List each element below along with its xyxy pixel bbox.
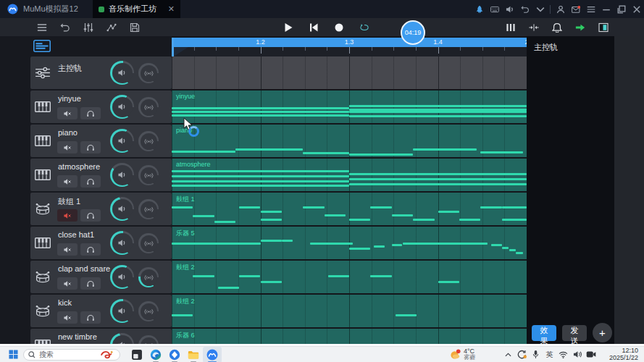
play-icon[interactable] xyxy=(275,18,301,36)
volume-knob[interactable] xyxy=(110,333,134,344)
volume-knob[interactable] xyxy=(110,163,134,187)
pan-knob[interactable] xyxy=(138,165,159,185)
undo-icon[interactable] xyxy=(517,0,532,18)
keyboard-icon[interactable] xyxy=(487,0,502,18)
mute-button[interactable] xyxy=(57,277,78,290)
mute-button[interactable] xyxy=(57,311,78,324)
metronome-icon[interactable] xyxy=(545,18,569,36)
pan-knob[interactable] xyxy=(138,233,159,253)
clip[interactable]: 乐器 6 xyxy=(172,329,527,344)
tray-input-language[interactable]: 英 xyxy=(543,347,556,362)
tray-sync-icon[interactable] xyxy=(515,347,529,362)
boost-icon[interactable] xyxy=(472,0,487,18)
pan-knob[interactable] xyxy=(138,97,159,117)
maximize-icon[interactable] xyxy=(614,0,629,18)
task-view-button[interactable] xyxy=(127,347,146,362)
timeline-ruler[interactable]: 1.21.31.42 xyxy=(172,38,527,47)
mute-button[interactable] xyxy=(57,107,78,119)
track-row[interactable]: 鼓组 1 xyxy=(30,193,172,225)
clip[interactable]: yinyue xyxy=(172,90,527,123)
save-icon[interactable] xyxy=(123,18,146,36)
pan-knob[interactable] xyxy=(138,199,159,219)
clip[interactable]: 鼓组 2 xyxy=(172,261,527,293)
mute-button[interactable] xyxy=(57,175,78,188)
automation-icon[interactable] xyxy=(100,18,123,36)
clip[interactable]: 鼓组 2 xyxy=(172,295,527,327)
minimize-icon[interactable] xyxy=(598,0,614,18)
track-row[interactable]: piano xyxy=(30,125,172,157)
piano-icon[interactable] xyxy=(499,18,522,36)
volume-knob[interactable] xyxy=(110,95,134,119)
time-display[interactable]: 04:19 xyxy=(401,20,425,45)
send-button[interactable]: 发送 xyxy=(562,325,587,341)
monitor-button[interactable] xyxy=(80,243,101,256)
prev-icon[interactable] xyxy=(301,18,326,36)
pan-knob[interactable] xyxy=(138,63,159,83)
app-tab[interactable]: 音乐制作工坊 ✕ xyxy=(93,0,180,18)
volume-knob[interactable] xyxy=(110,299,134,323)
mute-button[interactable] xyxy=(57,209,78,222)
loop-icon[interactable] xyxy=(351,18,377,36)
monitor-button[interactable] xyxy=(80,175,101,188)
search-input[interactable]: 搜索 xyxy=(23,349,120,361)
panel-icon[interactable] xyxy=(592,18,615,36)
monitor-button[interactable] xyxy=(80,311,101,324)
monitor-button[interactable] xyxy=(80,107,101,119)
mixer-icon[interactable] xyxy=(77,18,100,36)
arrangement-timeline[interactable]: 1.21.31.42 yinyuepianoatmosphere鼓组 1乐器 5… xyxy=(172,36,527,344)
monitor-button[interactable] xyxy=(80,277,101,290)
record-icon[interactable] xyxy=(326,18,351,36)
track-row[interactable]: close hat1 xyxy=(30,227,172,259)
tray-wifi-icon[interactable] xyxy=(556,347,570,362)
volume-knob[interactable] xyxy=(110,61,134,85)
tab-close-icon[interactable]: ✕ xyxy=(168,5,175,13)
snap-icon[interactable] xyxy=(522,18,545,36)
pan-knob[interactable] xyxy=(138,335,159,344)
tray-mic-icon[interactable] xyxy=(529,347,543,362)
playhead-line[interactable] xyxy=(172,38,174,56)
track-row[interactable]: 主控轨 xyxy=(30,56,172,89)
chevron-down-icon[interactable] xyxy=(532,0,548,18)
track-row[interactable]: yinyue xyxy=(30,90,172,123)
add-button[interactable]: + xyxy=(593,323,612,342)
mumu-taskbar-icon[interactable] xyxy=(203,347,222,362)
menu-icon[interactable] xyxy=(30,18,54,36)
close-icon[interactable] xyxy=(629,0,644,18)
tray-camera-icon[interactable] xyxy=(584,347,598,362)
effects-button[interactable]: 效果 xyxy=(532,325,556,341)
monitor-button[interactable] xyxy=(80,141,101,153)
undo-icon[interactable] xyxy=(54,18,77,36)
mail-icon[interactable] xyxy=(568,0,583,18)
monitor-button[interactable] xyxy=(80,209,101,222)
edge-browser-icon[interactable] xyxy=(146,347,165,362)
track-row[interactable]: clap and snare xyxy=(30,261,172,293)
menu-icon[interactable] xyxy=(583,0,598,18)
clip[interactable]: piano xyxy=(172,125,527,157)
user-icon[interactable] xyxy=(553,0,568,18)
pan-knob[interactable] xyxy=(138,131,159,151)
clip[interactable]: 乐器 5 xyxy=(172,227,527,259)
pc-manager-icon[interactable] xyxy=(165,347,184,362)
volume-knob[interactable] xyxy=(110,197,134,221)
weather-widget[interactable]: 4°C 雾霾 xyxy=(450,348,475,361)
clip[interactable]: atmosphere xyxy=(172,159,527,191)
volume-knob[interactable] xyxy=(110,129,134,153)
volume-knob[interactable] xyxy=(110,231,134,255)
volume-knob[interactable] xyxy=(110,265,134,289)
track-row[interactable]: kick xyxy=(30,295,172,327)
mute-button[interactable] xyxy=(57,141,78,153)
track-list-header-icon[interactable] xyxy=(33,40,51,52)
clip[interactable]: 鼓组 1 xyxy=(172,193,527,225)
tray-volume-icon[interactable] xyxy=(570,347,584,362)
mute-button[interactable] xyxy=(57,243,78,256)
pan-knob[interactable] xyxy=(138,301,159,321)
track-row[interactable]: new timbre xyxy=(30,329,172,344)
file-explorer-icon[interactable] xyxy=(184,347,203,362)
master-lane[interactable] xyxy=(172,56,527,89)
start-button[interactable] xyxy=(3,347,23,362)
speaker-icon[interactable] xyxy=(502,0,517,18)
pan-knob[interactable] xyxy=(138,267,159,287)
taskbar-clock[interactable]: 12:10 2025/1/22 xyxy=(598,348,638,362)
export-icon[interactable] xyxy=(569,18,592,36)
tray-chevron-up-icon[interactable] xyxy=(501,347,515,362)
